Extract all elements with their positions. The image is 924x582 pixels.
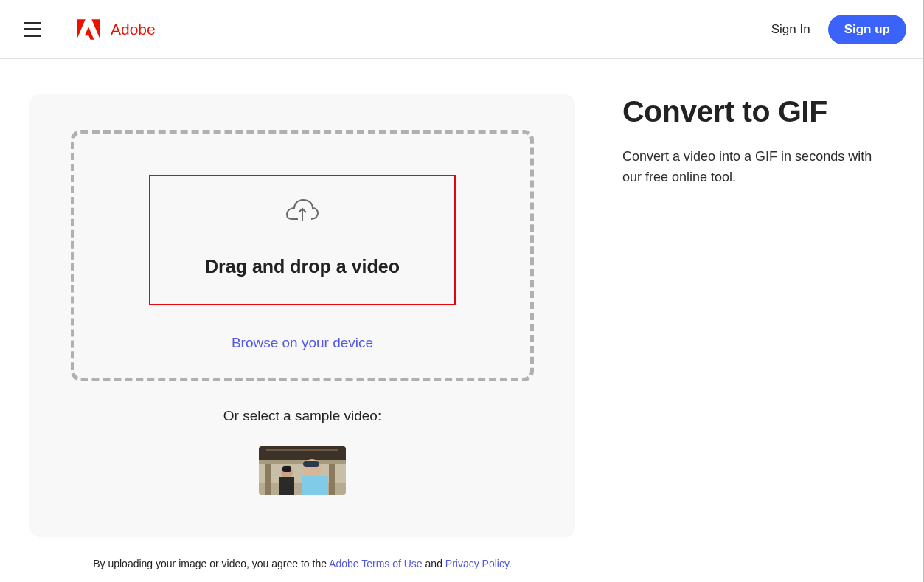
svg-rect-14 bbox=[329, 464, 335, 495]
left-column: Drag and drop a video Browse on your dev… bbox=[29, 94, 575, 569]
brand-logo[interactable]: Adobe bbox=[77, 18, 156, 41]
disclaimer-middle: and bbox=[423, 558, 445, 569]
adobe-logo-icon bbox=[77, 18, 100, 41]
svg-rect-6 bbox=[259, 460, 346, 464]
drag-drop-label: Drag and drop a video bbox=[165, 256, 440, 277]
right-column: Convert to GIF Convert a video into a GI… bbox=[622, 94, 895, 569]
signin-link[interactable]: Sign In bbox=[771, 22, 810, 37]
svg-marker-1 bbox=[77, 19, 86, 40]
page-title: Convert to GIF bbox=[622, 94, 895, 129]
brand-name: Adobe bbox=[111, 21, 156, 38]
svg-rect-13 bbox=[282, 466, 291, 472]
svg-rect-15 bbox=[265, 464, 271, 495]
signup-button[interactable]: Sign up bbox=[828, 15, 906, 44]
page-description: Convert a video into a GIF in seconds wi… bbox=[622, 147, 888, 188]
hamburger-menu-icon[interactable] bbox=[24, 22, 41, 37]
svg-rect-4 bbox=[259, 446, 346, 460]
svg-rect-5 bbox=[266, 449, 338, 451]
dropzone[interactable]: Drag and drop a video Browse on your dev… bbox=[71, 130, 534, 381]
header: Adobe Sign In Sign up bbox=[0, 0, 924, 59]
svg-rect-12 bbox=[279, 477, 294, 495]
sample-video-thumbnail[interactable] bbox=[259, 446, 346, 495]
svg-marker-0 bbox=[91, 19, 100, 40]
sample-video-label: Or select a sample video: bbox=[71, 408, 534, 424]
terms-of-use-link[interactable]: Adobe Terms of Use bbox=[329, 558, 423, 569]
disclaimer-prefix: By uploading your image or video, you ag… bbox=[93, 558, 329, 569]
privacy-policy-link[interactable]: Privacy Policy. bbox=[445, 558, 512, 569]
browse-device-link[interactable]: Browse on your device bbox=[89, 335, 515, 351]
main-content: Drag and drop a video Browse on your dev… bbox=[0, 59, 924, 569]
upload-disclaimer: By uploading your image or video, you ag… bbox=[29, 558, 575, 569]
svg-rect-10 bbox=[303, 461, 319, 467]
dropzone-highlight: Drag and drop a video bbox=[149, 175, 456, 305]
svg-marker-2 bbox=[85, 27, 94, 39]
cloud-upload-icon bbox=[285, 198, 319, 224]
upload-card: Drag and drop a video Browse on your dev… bbox=[29, 94, 575, 537]
svg-rect-9 bbox=[302, 476, 328, 495]
